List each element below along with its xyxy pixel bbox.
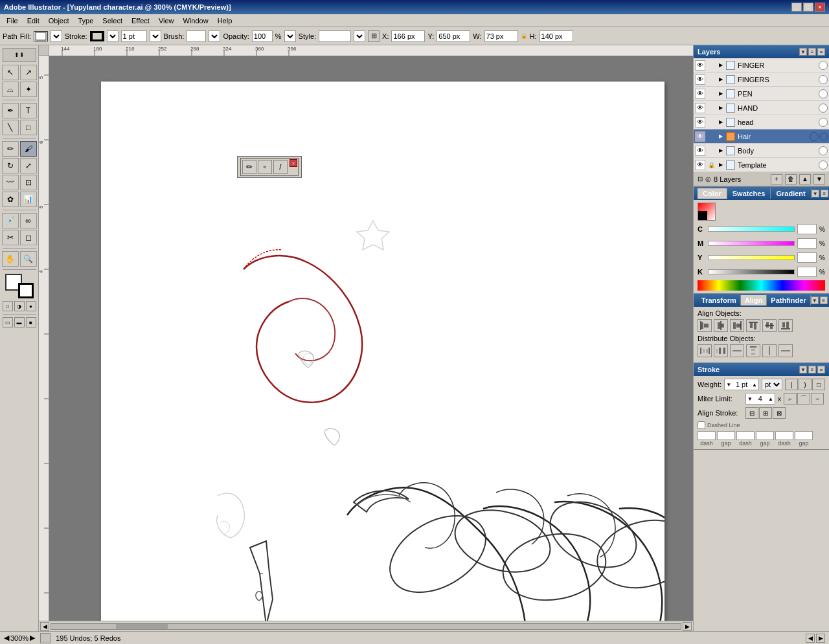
scissors-tool[interactable]: ✂ — [2, 230, 19, 245]
layer-expand-hand[interactable]: ▶ — [717, 104, 725, 112]
stroke-color-swatch[interactable] — [18, 283, 34, 298]
channel-m-input[interactable] — [797, 238, 817, 249]
tab-align[interactable]: Align — [741, 295, 767, 305]
behind-mode-btn[interactable]: ◑ — [14, 301, 25, 311]
layer-lock-template[interactable]: 🔒 — [707, 161, 716, 170]
layer-expand-hair[interactable]: ▶ — [717, 133, 725, 140]
color-preview[interactable] — [698, 203, 716, 221]
cap-square-btn[interactable]: □ — [812, 379, 825, 390]
layer-circle-hair[interactable] — [810, 132, 819, 141]
stroke-select[interactable] — [107, 30, 119, 42]
miter-down[interactable]: ▼ — [746, 396, 754, 402]
channel-c-slider[interactable] — [708, 227, 795, 232]
layer-eye-hair[interactable]: 👁 — [695, 131, 705, 142]
dash-1-input[interactable] — [698, 431, 716, 440]
graph-tool[interactable]: 📊 — [20, 192, 37, 207]
hscroll-thumb[interactable] — [116, 624, 168, 629]
brush-erase-btn[interactable]: / — [273, 160, 288, 174]
scale-tool[interactable]: ⤢ — [20, 158, 37, 173]
grid-button[interactable]: ⊞ — [368, 30, 380, 42]
stroke-weight-down[interactable]: ▼ — [725, 382, 732, 388]
align-left-btn[interactable] — [698, 319, 712, 332]
join-bevel-btn[interactable]: ⌣ — [811, 393, 824, 405]
layer-expand-head[interactable]: ▶ — [717, 118, 725, 126]
dist-top-btn[interactable] — [746, 344, 760, 357]
menu-window[interactable]: Window — [179, 16, 212, 26]
stroke-weight-unit[interactable]: pt — [762, 379, 782, 390]
cap-butt-btn[interactable]: | — [785, 379, 798, 390]
tab-color[interactable]: Color — [698, 188, 727, 199]
screen-mode-btn-2[interactable]: ▬ — [14, 317, 25, 328]
direct-selection-tool[interactable]: ↗ — [20, 65, 37, 80]
zoom-tool[interactable]: 🔍 — [20, 251, 37, 267]
stroke-expand-btn[interactable]: ▼ — [799, 366, 807, 373]
miter-input[interactable] — [754, 395, 767, 403]
gap-2-input[interactable] — [756, 431, 774, 440]
layer-delete-btn[interactable]: 🗑 — [785, 174, 797, 184]
stroke-weight-spinner[interactable]: ▼ ▲ — [724, 379, 759, 390]
layer-lock-fingers[interactable] — [707, 75, 716, 84]
selection-tool[interactable]: ↖ — [2, 65, 19, 80]
scroll-next-btn[interactable]: ▶ — [816, 634, 825, 643]
zoom-down-arrow[interactable]: ◀ — [4, 634, 9, 642]
dash-2-input[interactable] — [736, 431, 755, 440]
brush-preview[interactable] — [187, 30, 206, 42]
layer-expand-body[interactable]: ▶ — [717, 147, 725, 155]
layer-expand-finger[interactable]: ▶ — [717, 61, 725, 69]
layer-expand-template[interactable]: ▶ — [717, 161, 725, 169]
stroke-close-btn[interactable]: × — [817, 366, 825, 373]
menu-object[interactable]: Object — [45, 16, 73, 26]
fill-swatch[interactable] — [34, 31, 48, 41]
rotate-tool[interactable]: ↻ — [2, 158, 19, 173]
x-input[interactable] — [391, 30, 425, 42]
layer-eye-head[interactable]: 👁 — [695, 117, 705, 128]
join-miter-btn[interactable]: ⌐ — [784, 393, 797, 405]
layer-eye-finger[interactable]: 👁 — [695, 60, 705, 71]
screen-mode-btn-1[interactable]: ▭ — [3, 317, 13, 328]
layer-lock-head[interactable] — [707, 118, 716, 127]
fill-select[interactable] — [51, 30, 62, 42]
align-middle-btn[interactable] — [762, 319, 777, 332]
align-top-btn[interactable] — [746, 319, 760, 332]
layer-lock-pen[interactable] — [707, 89, 716, 98]
stroke-weight-up[interactable]: ▲ — [751, 382, 758, 388]
line-tool[interactable]: ╲ — [2, 120, 19, 135]
color-menu-btn[interactable]: ≡ — [821, 190, 828, 197]
tab-gradient[interactable]: Gradient — [771, 188, 811, 199]
hand-tool[interactable]: ✋ — [2, 251, 19, 267]
layer-row-hand[interactable]: 👁 ▶ HAND — [694, 101, 829, 115]
align-bottom-btn[interactable] — [778, 319, 793, 332]
channel-k-input[interactable] — [797, 267, 817, 277]
layer-circle-fingers[interactable] — [819, 75, 828, 84]
layer-move-down-btn[interactable]: ▼ — [813, 174, 825, 184]
layer-circle-head[interactable] — [819, 118, 828, 127]
layer-eye-hand[interactable]: 👁 — [695, 103, 705, 113]
magic-wand-tool[interactable]: ✦ — [20, 82, 37, 97]
scroll-right-btn[interactable]: ▶ — [683, 622, 692, 631]
layer-eye-body[interactable]: 👁 — [695, 146, 705, 156]
menu-file[interactable]: File — [3, 16, 22, 26]
dist-center-v-btn[interactable] — [762, 344, 777, 357]
eyedropper-tool[interactable]: 💉 — [2, 213, 19, 228]
channel-y-slider[interactable] — [708, 255, 795, 260]
dist-center-h-btn[interactable] — [714, 344, 728, 357]
layer-lock-finger[interactable] — [707, 61, 716, 70]
menu-help[interactable]: Help — [214, 16, 236, 26]
style-select[interactable] — [354, 30, 365, 42]
layer-lock-hair[interactable] — [707, 132, 716, 141]
brush-tool active[interactable]: 🖌 — [20, 141, 37, 157]
stroke-weight-input[interactable] — [732, 381, 751, 388]
dist-left-btn[interactable] — [698, 344, 712, 357]
zoom-control[interactable]: ◀ 300% ▶ — [4, 634, 35, 642]
layers-close-btn[interactable]: × — [817, 48, 825, 56]
opacity-input[interactable] — [252, 30, 273, 42]
brush-select[interactable] — [209, 30, 220, 42]
layer-row-fingers[interactable]: 👁 ▶ FINGERS — [694, 72, 829, 87]
pencil-tool[interactable]: ✏ — [2, 141, 19, 157]
close-button[interactable]: × — [815, 3, 825, 12]
menu-edit[interactable]: Edit — [23, 16, 43, 26]
eraser-tool[interactable]: ◻ — [20, 230, 37, 245]
dist-right-btn[interactable] — [730, 344, 744, 357]
type-tool[interactable]: T — [20, 103, 37, 118]
h-input[interactable] — [539, 30, 573, 42]
